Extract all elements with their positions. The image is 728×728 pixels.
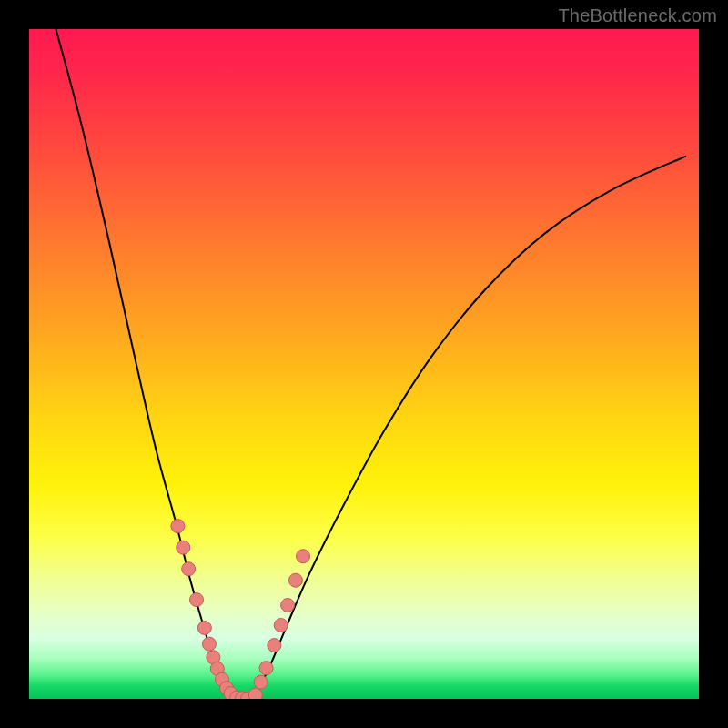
left-curve (56, 29, 235, 699)
svg-point-19 (281, 598, 295, 612)
svg-point-20 (288, 573, 302, 587)
svg-point-1 (177, 541, 190, 554)
svg-point-4 (197, 621, 211, 634)
watermark-text: TheBottleneck.com (558, 5, 717, 26)
right-markers (248, 550, 309, 699)
svg-point-18 (274, 619, 288, 632)
right-curve (250, 157, 685, 699)
svg-point-17 (268, 639, 281, 652)
svg-point-15 (254, 675, 268, 689)
curve-layer (29, 29, 699, 699)
svg-point-3 (190, 593, 204, 607)
outer-frame: TheBottleneck.com (0, 0, 728, 728)
svg-point-5 (202, 637, 216, 651)
plot-area (29, 29, 699, 699)
svg-point-0 (171, 520, 185, 533)
svg-point-21 (297, 550, 310, 563)
left-markers (171, 520, 255, 699)
svg-point-2 (182, 562, 196, 576)
svg-point-16 (259, 662, 273, 675)
svg-point-14 (248, 688, 262, 699)
